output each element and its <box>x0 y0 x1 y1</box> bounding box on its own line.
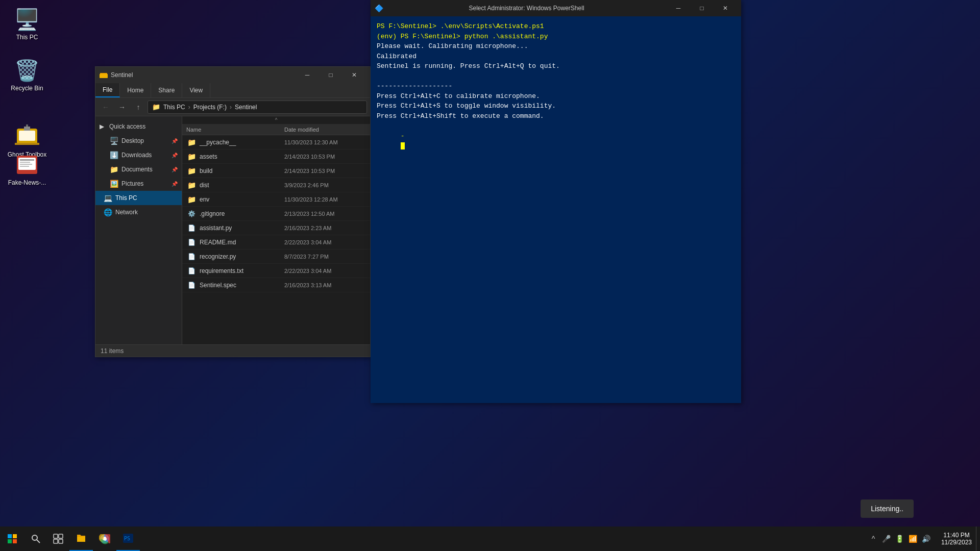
tray-volume-icon[interactable]: 🔊 <box>921 534 932 544</box>
this-pc-icon: 🖥️ <box>15 7 39 32</box>
file-icon-readme: 📄 <box>186 237 197 247</box>
tab-share[interactable]: Share <box>151 83 182 97</box>
ps-line-separator: ------------------- <box>377 81 735 91</box>
svg-rect-12 <box>8 534 12 538</box>
file-name-gitignore: .gitignore <box>200 210 284 217</box>
file-icon-recognizer: 📄 <box>186 252 197 262</box>
address-path[interactable]: 📁 This PC › Projects (F:) › Sentinel <box>148 101 367 114</box>
search-button[interactable] <box>24 527 47 551</box>
listening-text: Listening.. <box>871 505 903 513</box>
folder-icon-env: 📁 <box>186 194 197 205</box>
table-row[interactable]: 📁 env 11/30/2023 12:28 AM <box>182 192 370 207</box>
sidebar-network-label: Network <box>115 209 138 216</box>
file-name-recognizer: recognizer.py <box>200 253 284 260</box>
clock-time: 11:40 PM <box>943 532 969 539</box>
breadcrumb-this-pc[interactable]: This PC <box>163 104 185 111</box>
ps-maximize-button[interactable]: □ <box>690 0 714 16</box>
svg-rect-15 <box>13 539 17 543</box>
table-row[interactable]: 📄 README.md 2/22/2023 3:04 AM <box>182 235 370 249</box>
file-list: ^ Name Date modified 📁 __pycache__ 11/30… <box>182 116 370 344</box>
close-button[interactable]: ✕ <box>342 67 366 83</box>
taskbar-chrome-button[interactable] <box>93 527 116 551</box>
table-row[interactable]: 📄 Sentinel.spec 2/16/2023 3:13 AM <box>182 278 370 292</box>
taskbar-powershell-button[interactable]: PS <box>116 527 140 551</box>
table-row[interactable]: 📁 dist 3/9/2023 2:46 PM <box>182 178 370 192</box>
col-header-date[interactable]: Date modified <box>284 127 366 133</box>
svg-rect-11 <box>100 74 108 78</box>
task-view-button[interactable] <box>47 527 69 551</box>
file-icon-requirements: 📄 <box>186 266 197 276</box>
table-row[interactable]: 📁 assets 2/14/2023 10:53 PM <box>182 149 370 164</box>
desktop-icon-this-pc[interactable]: 🖥️ This PC <box>4 5 50 43</box>
file-date-build: 2/14/2023 10:53 PM <box>284 168 366 174</box>
sidebar-item-downloads[interactable]: ⬇️ Downloads 📌 <box>95 148 182 162</box>
clock-date: 11/29/2023 <box>941 539 972 546</box>
tray-microphone-icon[interactable]: 🎤 <box>881 534 892 544</box>
sidebar-item-this-pc[interactable]: 💻 This PC <box>95 191 182 205</box>
address-bar: ← → ↑ 📁 This PC › Projects (F:) › Sentin… <box>95 98 370 116</box>
ps-line-3: Please wait. Calibrating microphone... <box>377 41 735 52</box>
taskbar-explorer-button[interactable] <box>69 527 93 551</box>
explorer-body: ▶ Quick access 🖥️ Desktop 📌 ⬇️ Downloads… <box>95 116 370 344</box>
tray-wifi-icon[interactable]: 📶 <box>908 534 918 544</box>
tab-file[interactable]: File <box>95 83 120 97</box>
show-desktop-button[interactable] <box>976 527 980 551</box>
forward-button[interactable]: → <box>115 100 129 114</box>
file-date-gitignore: 2/13/2023 12:50 AM <box>284 211 366 217</box>
recycle-bin-icon: 🗑️ <box>15 58 39 83</box>
explorer-title: Sentinel <box>111 71 296 79</box>
folder-icon-pycache: 📁 <box>186 137 197 147</box>
up-button[interactable]: ↑ <box>131 100 145 114</box>
tab-view[interactable]: View <box>182 83 210 97</box>
sidebar-item-desktop[interactable]: 🖥️ Desktop 📌 <box>95 134 182 148</box>
table-row[interactable]: 📄 assistant.py 2/16/2023 2:23 AM <box>182 221 370 235</box>
ps-minimize-button[interactable]: ─ <box>667 0 690 16</box>
tab-home[interactable]: Home <box>120 83 151 97</box>
sidebar-item-quick-access[interactable]: ▶ Quick access <box>95 119 182 134</box>
table-row[interactable]: 📄 requirements.txt 2/22/2023 3:04 AM <box>182 264 370 278</box>
svg-rect-7 <box>20 164 32 165</box>
sidebar-item-network[interactable]: 🌐 Network <box>95 205 182 219</box>
breadcrumb-sentinel[interactable]: Sentinel <box>235 104 257 111</box>
back-button[interactable]: ← <box>99 100 113 114</box>
desktop-icon-recycle-bin[interactable]: 🗑️ Recycle Bin <box>4 56 50 94</box>
tray-battery-icon[interactable]: 🔋 <box>895 534 905 544</box>
minimize-button[interactable]: ─ <box>296 67 319 83</box>
ps-controls: ─ □ ✕ <box>667 0 737 16</box>
downloads-folder-icon: ⬇️ <box>110 151 118 159</box>
file-date-requirements: 2/22/2023 3:04 AM <box>284 268 366 274</box>
file-date-assets: 2/14/2023 10:53 PM <box>284 154 366 160</box>
svg-rect-19 <box>59 534 63 538</box>
svg-rect-21 <box>59 539 63 543</box>
sidebar-item-documents[interactable]: 📁 Documents 📌 <box>95 162 182 177</box>
breadcrumb-projects[interactable]: Projects (F:) <box>193 104 227 111</box>
ribbon-tabs: File Home Share View <box>95 83 370 97</box>
sidebar-documents-label: Documents <box>121 166 153 173</box>
table-row[interactable]: 📁 build 2/14/2023 10:53 PM <box>182 164 370 178</box>
desktop-icon-fake-news[interactable]: Fake-News-... <box>4 151 50 188</box>
ps-line-7: Press Ctrl+Alt+S to toggle window visibi… <box>377 101 735 111</box>
file-name-assets: assets <box>200 153 284 160</box>
ps-close-button[interactable]: ✕ <box>714 0 737 16</box>
table-row[interactable]: ⚙️ .gitignore 2/13/2023 12:50 AM <box>182 207 370 221</box>
table-row[interactable]: 📄 recognizer.py 8/7/2023 7:27 PM <box>182 249 370 264</box>
pictures-folder-icon: 🖼️ <box>110 180 118 188</box>
table-row[interactable]: 📁 __pycache__ 11/30/2023 12:30 AM <box>182 135 370 149</box>
maximize-button[interactable]: □ <box>319 67 342 83</box>
fake-news-icon <box>15 153 39 177</box>
path-folder-icon: 📁 <box>152 103 160 111</box>
sidebar-item-pictures[interactable]: 🖼️ Pictures 📌 <box>95 177 182 191</box>
taskbar-clock[interactable]: 11:40 PM 11/29/2023 <box>937 532 976 546</box>
start-button[interactable] <box>0 527 24 551</box>
system-tray: ^ 🎤 🔋 📶 🔊 <box>863 527 937 551</box>
file-name-spec: Sentinel.spec <box>200 282 284 289</box>
taskbar: PS ^ 🎤 🔋 📶 🔊 11:40 PM 11/29/2023 <box>0 527 980 551</box>
file-name-dist: dist <box>200 182 284 189</box>
tray-chevron-icon[interactable]: ^ <box>868 534 878 544</box>
quick-access-icon: ▶ <box>100 123 104 130</box>
col-header-name[interactable]: Name <box>186 127 284 133</box>
sidebar-this-pc-label: This PC <box>115 194 137 202</box>
ps-window-icon: 🔷 <box>375 4 383 12</box>
ps-line-blank <box>377 71 735 82</box>
file-date-spec: 2/16/2023 3:13 AM <box>284 282 366 288</box>
